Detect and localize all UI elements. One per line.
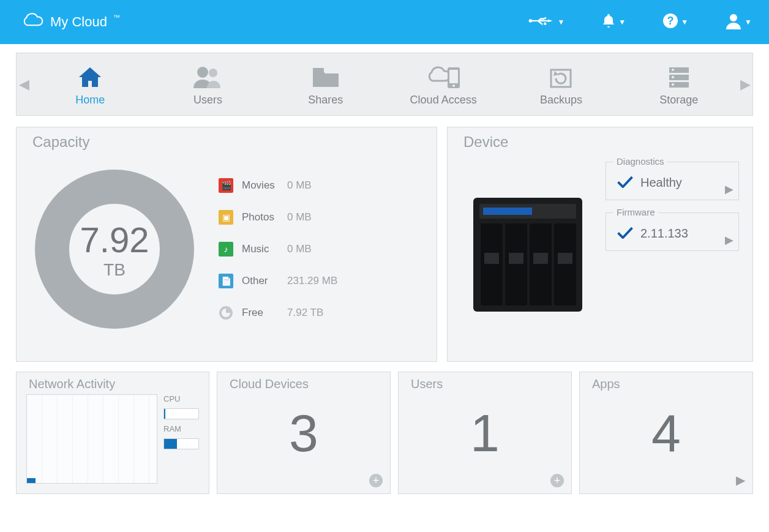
device-image (465, 162, 593, 349)
nav-label: Shares (267, 94, 384, 107)
music-icon: ♪ (219, 242, 233, 257)
nav-home[interactable]: Home (31, 53, 149, 115)
chevron-right-icon: ▶ (725, 233, 733, 247)
breakdown-photos: ▣ Photos 0 MB (219, 210, 337, 225)
nav-scroll-left[interactable]: ◀ (17, 77, 31, 92)
caret-down-icon: ▼ (681, 18, 688, 26)
pie-icon (219, 305, 233, 320)
svg-rect-3 (544, 23, 547, 25)
nav-scroll-right[interactable]: ▶ (738, 77, 752, 92)
ram-label: RAM (163, 424, 199, 433)
add-icon[interactable]: + (550, 474, 564, 487)
movies-icon: 🎬 (219, 178, 233, 193)
device-panel: Device (447, 127, 753, 362)
app-logo[interactable]: My Cloud ™ (17, 11, 120, 33)
svg-rect-28 (484, 253, 499, 264)
cpu-meter (163, 408, 199, 419)
nav-label: Backups (502, 94, 620, 107)
svg-rect-23 (483, 208, 532, 215)
svg-rect-30 (533, 253, 548, 264)
backup-icon (502, 64, 620, 90)
firmware-version: 2.11.133 (640, 227, 688, 241)
card-label: Firmware (613, 207, 658, 217)
add-icon[interactable]: + (369, 474, 383, 487)
panel-title: Capacity (29, 133, 93, 151)
folder-icon (267, 64, 384, 90)
capacity-value: 7.92 (80, 219, 149, 260)
nav-label: Home (31, 94, 149, 107)
help-menu[interactable]: ? ▼ (662, 13, 688, 31)
svg-text:?: ? (667, 15, 674, 27)
user-menu[interactable]: ▼ (725, 12, 752, 32)
panel-title: Apps (590, 377, 623, 391)
network-activity-panel: Network Activity CPU RAM (16, 372, 209, 494)
nav-users[interactable]: Users (149, 53, 266, 115)
app-title: My Cloud (50, 14, 107, 30)
svg-rect-31 (558, 253, 572, 264)
apps-count: 4 (651, 403, 681, 463)
nav-label: Users (149, 94, 266, 107)
user-icon (725, 12, 742, 32)
cloud-devices-panel[interactable]: Cloud Devices 3 + (217, 372, 391, 494)
cloud-devices-count: 3 (289, 403, 318, 463)
photos-icon: ▣ (219, 210, 233, 225)
svg-point-12 (452, 84, 455, 87)
topbar-actions: ▼ ▼ ? ▼ ▼ (528, 12, 752, 32)
cpu-label: CPU (163, 394, 199, 403)
svg-point-8 (209, 69, 217, 77)
svg-rect-26 (530, 223, 552, 305)
document-icon: 📄 (219, 274, 233, 288)
trademark: ™ (113, 13, 120, 21)
svg-point-18 (672, 76, 674, 78)
bell-icon (601, 13, 616, 31)
panel-title: Network Activity (26, 377, 118, 391)
panel-title: Users (408, 377, 445, 391)
svg-rect-27 (554, 223, 576, 305)
svg-point-7 (197, 67, 208, 78)
breakdown-movies: 🎬 Movies 0 MB (219, 178, 337, 193)
usb-icon (528, 14, 555, 30)
cloud-icon (17, 11, 44, 33)
apps-panel[interactable]: Apps 4 ▶ (579, 372, 753, 494)
diagnostics-card[interactable]: Diagnostics Healthy ▶ (606, 162, 739, 200)
panel-title: Cloud Devices (227, 377, 311, 391)
breakdown-free: Free 7.92 TB (219, 305, 337, 320)
nav-cloud-access[interactable]: Cloud Access (384, 53, 502, 115)
caret-down-icon: ▼ (618, 18, 626, 26)
check-icon (617, 225, 633, 242)
nav-backups[interactable]: Backups (502, 53, 620, 115)
check-icon (617, 174, 633, 191)
svg-rect-24 (481, 223, 503, 305)
users-panel[interactable]: Users 1 + (398, 372, 572, 494)
diagnostics-status: Healthy (640, 176, 682, 190)
svg-rect-25 (505, 223, 527, 305)
breakdown-music: ♪ Music 0 MB (219, 242, 337, 257)
capacity-panel: Capacity 7.92 TB 🎬 Movies 0 MB ▣ Photos … (16, 127, 437, 362)
panel-title: Device (460, 133, 512, 151)
chevron-right-icon: ▶ (725, 182, 733, 196)
svg-point-17 (672, 69, 674, 71)
firmware-card[interactable]: Firmware 2.11.133 ▶ (606, 212, 739, 251)
breakdown-other: 📄 Other 231.29 MB (219, 274, 337, 288)
capacity-unit: TB (103, 260, 126, 280)
cloud-device-icon (384, 64, 502, 90)
storage-icon (620, 64, 738, 90)
users-count: 1 (470, 403, 500, 463)
usb-menu[interactable]: ▼ (528, 14, 565, 30)
chevron-right-icon: ▶ (736, 473, 745, 487)
svg-rect-29 (509, 253, 523, 264)
notifications-menu[interactable]: ▼ (601, 13, 626, 31)
ram-meter (163, 438, 199, 449)
card-label: Diagnostics (613, 156, 667, 167)
nav-shares[interactable]: Shares (267, 53, 384, 115)
nav-storage[interactable]: Storage (620, 53, 738, 115)
svg-point-19 (672, 83, 674, 86)
svg-rect-9 (313, 68, 324, 72)
network-chart (26, 394, 157, 484)
capacity-donut: 7.92 TB (35, 170, 194, 329)
top-bar: My Cloud ™ ▼ ▼ ? ▼ ▼ (0, 0, 769, 44)
capacity-breakdown: 🎬 Movies 0 MB ▣ Photos 0 MB ♪ Music 0 MB… (219, 178, 337, 320)
caret-down-icon: ▼ (745, 18, 752, 26)
svg-point-2 (544, 17, 546, 19)
home-icon (31, 64, 149, 90)
